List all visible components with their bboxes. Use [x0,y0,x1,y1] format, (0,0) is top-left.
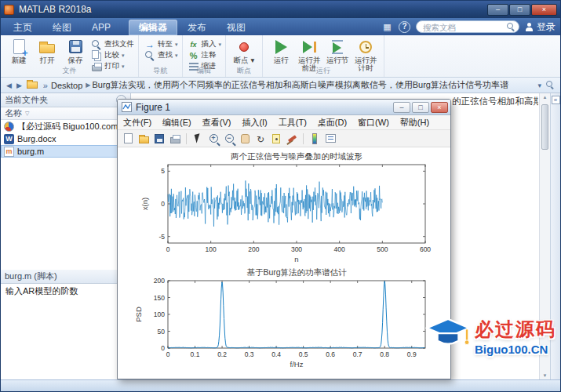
plot2-ytick: 150 [154,294,165,302]
run-button[interactable]: 运行 [267,37,295,64]
current-folder-panel: 当前文件夹 ▼ 名称 ▽ 【必过源码 Biguo100.com】Burg.doc… [1,93,131,379]
plot2-ytick: 50 [158,328,166,336]
tab-editor[interactable]: 编辑器 [129,20,177,35]
find-files-button[interactable]: 查找文件 [91,39,134,49]
find-button[interactable]: 查找▾ [144,50,178,60]
breadcrumb-folder[interactable]: Burg算法实现，使用两个不同频率的正弦信号相加和高斯白噪声模拟离散信号，使用B… [92,79,537,91]
login-label: 登录 [537,20,556,34]
file-row[interactable]: 【必过源码 Biguo100.com】 [1,120,130,132]
plot1-ytick: -5 [158,233,165,241]
pan-icon[interactable] [239,132,251,145]
help-icon[interactable]: ? [399,21,410,33]
login-button[interactable]: 登录 [525,20,556,34]
breakpoints-button[interactable]: 断点 ▾ [230,37,258,64]
name-column-label: 名称 [5,107,22,119]
menu-file[interactable]: 文件(F) [118,117,157,129]
insert-legend-icon[interactable] [324,132,337,145]
plot2-ylabel: PSD [134,307,143,322]
scroll-down-icon[interactable]: ▼ [540,373,550,378]
figure-title: Figure 1 [136,102,392,113]
goto-icon [145,39,155,50]
run-section-button[interactable]: 运行节 [323,37,352,64]
scrollbar-thumb[interactable] [541,104,548,150]
plot1-xtick: 300 [291,245,302,253]
menu-window[interactable]: 窗口(W) [352,117,395,129]
person-icon [525,23,534,31]
run-advance-icon [303,41,316,53]
breadcrumb-dropdown-icon[interactable]: ▾ [537,82,541,89]
plot2-xtick: 0.8 [380,350,389,358]
folder-up-icon[interactable] [27,82,38,89]
layout-icon[interactable]: ▦ [381,21,393,33]
plot1-xtick: 600 [420,245,431,253]
file-preview-header: burg.m (脚本) [1,270,130,284]
scroll-up-icon[interactable]: ▲ [540,95,550,100]
find-files-icon [92,40,101,49]
insert-colorbar-icon[interactable] [308,132,321,145]
toolstrip-group-label: 导航 [139,66,182,76]
zoom-out-icon[interactable]: − [223,132,235,145]
comment-button[interactable]: 注释 [188,50,222,60]
tab-apps[interactable]: APP [82,20,121,35]
cursor-arrow-icon[interactable] [191,132,204,145]
tab-plots[interactable]: 绘图 [42,20,82,35]
figure-icon [122,102,132,112]
menu-help[interactable]: 帮助(H) [395,117,435,129]
minimize-button[interactable]: – [487,4,508,16]
compare-button[interactable]: 比较▾ [91,50,134,60]
figure-window: Figure 1 – □ × 文件(F)编辑(E)查看(V)插入(I)工具(T)… [117,99,451,379]
insert-icon [191,40,197,49]
menu-desktop[interactable]: 桌面(D) [312,117,352,129]
save-button[interactable]: 保存 [61,37,89,64]
menu-tools[interactable]: 工具(T) [273,117,312,129]
plot2-xtick: 0.5 [299,350,308,358]
plot1-ylabel: x(n) [140,198,149,210]
forward-icon[interactable]: ▶ [14,82,24,89]
doc-search-input[interactable]: 搜索文档 [416,20,519,33]
save-figure-icon[interactable] [153,132,166,145]
toolstrip-group: 转至▾查找▾导航 [139,35,183,77]
goto-button[interactable]: 转至▾ [144,39,178,49]
titlebar[interactable]: MATLAB R2018a – □ × [1,1,560,18]
print-figure-icon[interactable] [169,132,181,145]
insert-button[interactable]: 插入▾ [188,39,222,49]
file-name: Burg.docx [17,134,56,143]
menu-insert[interactable]: 插入(I) [236,117,272,129]
brush-icon[interactable] [286,132,298,145]
plot1-ytick: 5 [161,167,165,175]
sort-icon: ▽ [25,111,29,117]
find-icon [145,51,155,60]
breadcrumb-search-icon[interactable] [546,81,555,89]
toolstrip-group: 新建打开保存查找文件比较▾打印▾文件 [1,35,139,77]
new-figure-icon[interactable] [122,132,134,145]
figure-maximize-button[interactable]: □ [412,102,429,113]
data-cursor-icon[interactable] [270,132,282,145]
plot1-ytick: 0 [161,200,165,208]
new-script-button[interactable]: 新建 [5,37,33,64]
file-row[interactable]: burg.m [1,145,130,158]
comment-icon [190,51,198,60]
collapse-panel-icon[interactable]: « [552,96,560,104]
figure-close-button[interactable]: × [431,102,448,113]
toolstrip: 新建打开保存查找文件比较▾打印▾文件转至▾查找▾导航插入▾注释缩进编辑断点 ▾断… [1,35,560,78]
name-column-header[interactable]: 名称 ▽ [1,107,130,120]
zoom-in-icon[interactable]: + [207,132,220,145]
tab-publish[interactable]: 发布 [177,20,217,35]
tab-home[interactable]: 主页 [3,20,42,35]
maximize-button[interactable]: □ [509,4,530,16]
open-icon[interactable] [137,132,150,145]
open-button[interactable]: 打开 [33,37,61,64]
file-row[interactable]: Burg.docx [1,132,130,145]
menu-edit[interactable]: 编辑(E) [157,117,197,129]
figure-canvas[interactable]: 0100200300400500600-505两个正弦信号与噪声叠加的时域波形n… [118,147,450,379]
figure-minimize-button[interactable]: – [393,102,410,113]
back-icon[interactable]: ◀ [4,82,14,89]
figure-titlebar[interactable]: Figure 1 – □ × [118,100,450,115]
breadcrumb-overflow-icon[interactable]: » [42,81,49,90]
menu-view[interactable]: 查看(V) [197,117,237,129]
close-button[interactable]: × [531,4,557,16]
breadcrumb-root[interactable]: Desktop [49,81,84,90]
plot1-xtick: 100 [206,245,217,253]
rotate-3d-icon[interactable] [254,132,267,145]
tab-view[interactable]: 视图 [217,20,256,35]
